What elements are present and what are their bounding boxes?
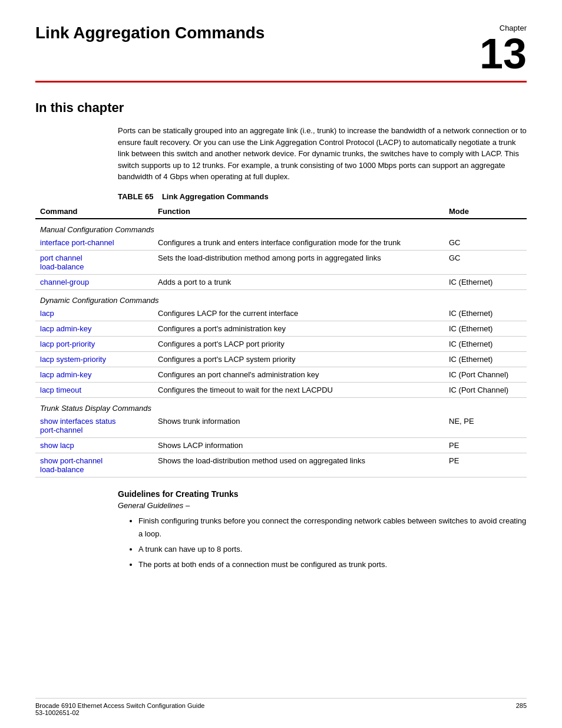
col-header-command: Command xyxy=(35,205,153,219)
table-row: lacp admin-keyConfigures an port channel… xyxy=(35,367,527,382)
table-cell-mode: PE xyxy=(444,453,527,477)
table-cell-mode: GC xyxy=(444,250,527,274)
chapter-header: Link Aggregation Commands Chapter 13 xyxy=(35,24,527,83)
list-item: The ports at both ends of a connection m… xyxy=(138,558,527,571)
col-header-function: Function xyxy=(153,205,444,219)
list-item: A trunk can have up to 8 ports. xyxy=(138,543,527,556)
table-cell-function: Configures the timeout to wait for the n… xyxy=(153,382,444,397)
table-cell-function: Shows the load-distribution method used … xyxy=(153,453,444,477)
table-cell-command[interactable]: lacp xyxy=(35,306,153,321)
chapter-title-block: Link Aggregation Commands xyxy=(35,24,480,42)
table-cell-command[interactable]: show port-channelload-balance xyxy=(35,453,153,477)
table-cell-command[interactable]: port channelload-balance xyxy=(35,250,153,274)
table-row: lacp timeoutConfigures the timeout to wa… xyxy=(35,382,527,397)
table-cell-function: Configures a trunk and enters interface … xyxy=(153,235,444,251)
table-cell-function: Configures a port's LACP port priority xyxy=(153,336,444,351)
table-cell-mode: IC (Port Channel) xyxy=(444,382,527,397)
table-cell-mode: IC (Ethernet) xyxy=(444,336,527,351)
guidelines-heading: Guidelines for Creating Trunks xyxy=(118,489,527,499)
commands-table: Command Function Mode Manual Configurati… xyxy=(35,205,527,477)
table-body: Manual Configuration Commandsinterface p… xyxy=(35,219,527,477)
table-section-label: Manual Configuration Commands xyxy=(35,219,527,235)
footer-page-number: 285 xyxy=(516,702,527,716)
section-heading: In this chapter xyxy=(35,100,527,116)
table-row: port channelload-balanceSets the load-di… xyxy=(35,250,527,274)
command-link[interactable]: lacp timeout xyxy=(40,386,81,394)
command-link[interactable]: port channel xyxy=(40,253,82,262)
table-cell-command[interactable]: lacp port-priority xyxy=(35,336,153,351)
footer-doc-number: 53-1002651-02 xyxy=(35,709,80,716)
command-link[interactable]: port-channel xyxy=(40,426,82,434)
col-header-mode: Mode xyxy=(444,205,527,219)
table-cell-function: Sets the load-distribution method among … xyxy=(153,250,444,274)
footer-doc-title: Brocade 6910 Ethernet Access Switch Conf… xyxy=(35,702,204,709)
page: Link Aggregation Commands Chapter 13 In … xyxy=(0,0,562,728)
table-title: Link Aggregation Commands xyxy=(162,192,269,201)
table-row: show port-channelload-balanceShows the l… xyxy=(35,453,527,477)
page-footer: Brocade 6910 Ethernet Access Switch Conf… xyxy=(35,698,527,716)
table-cell-function: Shows trunk information xyxy=(153,414,444,438)
command-link[interactable]: channel-group xyxy=(40,278,89,286)
table-cell-mode: NE, PE xyxy=(444,414,527,438)
table-row: lacpConfigures LACP for the current inte… xyxy=(35,306,527,321)
command-link[interactable]: lacp port-priority xyxy=(40,340,95,348)
command-link[interactable]: interface port-channel xyxy=(40,238,114,247)
table-cell-function: Configures an port channel's administrat… xyxy=(153,367,444,382)
command-link[interactable]: load-balance xyxy=(40,465,84,474)
general-guidelines-label: General Guidelines – xyxy=(118,501,527,510)
table-section-row: Trunk Status Display Commands xyxy=(35,397,527,414)
list-item: Finish configuring trunks before you con… xyxy=(138,515,527,541)
table-cell-mode: IC (Ethernet) xyxy=(444,274,527,289)
table-section-label: Trunk Status Display Commands xyxy=(35,397,527,414)
table-row: channel-groupAdds a port to a trunkIC (E… xyxy=(35,274,527,289)
table-cell-mode: IC (Ethernet) xyxy=(444,306,527,321)
table-number: TABLE 65 xyxy=(118,192,153,201)
table-cell-command[interactable]: interface port-channel xyxy=(35,235,153,251)
table-row: lacp system-priorityConfigures a port's … xyxy=(35,351,527,367)
table-cell-command[interactable]: lacp admin-key xyxy=(35,367,153,382)
section-body: Ports can be statically grouped into an … xyxy=(118,125,527,183)
table-cell-function: Configures LACP for the current interfac… xyxy=(153,306,444,321)
table-row: show lacpShows LACP informationPE xyxy=(35,437,527,453)
table-row: lacp admin-keyConfigures a port's admini… xyxy=(35,321,527,336)
chapter-title: Link Aggregation Commands xyxy=(35,24,265,42)
table-cell-command[interactable]: lacp timeout xyxy=(35,382,153,397)
table-row: interface port-channelConfigures a trunk… xyxy=(35,235,527,251)
command-link[interactable]: lacp system-priority xyxy=(40,355,106,364)
table-section-label: Dynamic Configuration Commands xyxy=(35,289,527,306)
table-row: show interfaces statusport-channelShows … xyxy=(35,414,527,438)
table-cell-mode: IC (Ethernet) xyxy=(444,351,527,367)
table-cell-command[interactable]: lacp admin-key xyxy=(35,321,153,336)
table-cell-command[interactable]: lacp system-priority xyxy=(35,351,153,367)
table-cell-mode: PE xyxy=(444,437,527,453)
command-link[interactable]: lacp xyxy=(40,309,54,318)
command-link[interactable]: load-balance xyxy=(40,262,84,271)
table-header: Command Function Mode xyxy=(35,205,527,219)
command-link[interactable]: lacp admin-key xyxy=(40,370,91,379)
table-cell-mode: IC (Ethernet) xyxy=(444,321,527,336)
table-section-row: Manual Configuration Commands xyxy=(35,219,527,235)
chapter-number: 13 xyxy=(480,32,527,75)
table-cell-command[interactable]: show interfaces statusport-channel xyxy=(35,414,153,438)
table-cell-function: Configures a port's LACP system priority xyxy=(153,351,444,367)
footer-left: Brocade 6910 Ethernet Access Switch Conf… xyxy=(35,702,204,716)
table-cell-mode: GC xyxy=(444,235,527,251)
command-link[interactable]: show lacp xyxy=(40,441,74,450)
guidelines-list: Finish configuring trunks before you con… xyxy=(138,515,527,571)
table-cell-command[interactable]: channel-group xyxy=(35,274,153,289)
command-link[interactable]: lacp admin-key xyxy=(40,324,91,333)
command-link[interactable]: show port-channel xyxy=(40,456,103,465)
table-cell-function: Adds a port to a trunk xyxy=(153,274,444,289)
table-cell-function: Shows LACP information xyxy=(153,437,444,453)
table-cell-command[interactable]: show lacp xyxy=(35,437,153,453)
table-row: lacp port-priorityConfigures a port's LA… xyxy=(35,336,527,351)
table-label: TABLE 65 Link Aggregation Commands xyxy=(118,192,527,201)
table-cell-function: Configures a port's administration key xyxy=(153,321,444,336)
command-link[interactable]: show interfaces status xyxy=(40,417,116,426)
table-cell-mode: IC (Port Channel) xyxy=(444,367,527,382)
top-right-chapter: Chapter 13 xyxy=(480,24,527,75)
table-section-row: Dynamic Configuration Commands xyxy=(35,289,527,306)
